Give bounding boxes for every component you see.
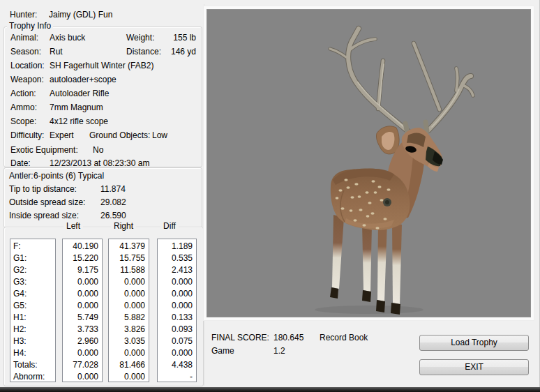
left-column-listbox[interactable]: 40.190 15.220 9.175 0.000 0.000 0.000 5.…: [62, 239, 103, 382]
right-value: 3.035: [109, 336, 149, 347]
exotic-equipment-value: No: [93, 146, 103, 155]
measurements-group: Left Right Diff F: G1: G2: G3: G4: G5: H…: [3, 227, 204, 386]
action-value: Autoloader Rifle: [50, 89, 109, 98]
location-label: Location:: [10, 61, 45, 70]
location-value: SH Fagerhult Winter (FAB2): [50, 61, 153, 70]
distance-value: 146 yd: [161, 47, 196, 56]
diff-column-listbox[interactable]: 1.189 0.535 2.413 0.000 0.000 0.000 0.13…: [157, 239, 197, 382]
weapon-label: Weapon:: [10, 75, 44, 84]
trophy-viewer-window: Hunter: Jaimy (GDL) Fun Trophy Info Anim…: [0, 0, 540, 392]
weight-label: Weight:: [126, 33, 154, 43]
season-value: Rut: [50, 47, 63, 56]
hunter-label: Hunter:: [10, 10, 37, 20]
tip-to-tip-value: 11.874: [100, 185, 126, 194]
action-label: Action:: [10, 89, 36, 98]
outside-spread-value: 29.082: [100, 198, 126, 207]
final-score-value: 180.645: [273, 333, 303, 342]
antler-info-group: Antler: 6-points (6) Typical Tip to tip …: [3, 167, 202, 228]
diff-value: 2.413: [158, 264, 196, 276]
column-header-left: Left: [63, 222, 83, 231]
measure-row-label: F:: [10, 241, 55, 252]
scope-label: Scope:: [10, 117, 36, 126]
trophy-info-title: Trophy Info: [7, 22, 53, 31]
right-value: 0.000: [109, 288, 149, 300]
measure-row-label: G3:: [10, 276, 55, 288]
left-value: 0.000: [63, 300, 102, 312]
distance-label: Distance:: [126, 47, 161, 56]
diff-value: 0.000: [158, 347, 196, 359]
difficulty-label: Difficulty:: [10, 131, 44, 140]
window-bottom-edge: [0, 387, 540, 392]
weight-value: 155 lb: [161, 33, 196, 43]
ground-objects-label: Ground Objects:: [89, 131, 150, 140]
left-value: 5.749: [63, 312, 102, 324]
trophy-render-view: [207, 9, 531, 317]
record-book-label: Record Book: [320, 333, 368, 342]
tip-to-tip-label: Tip to tip distance:: [9, 185, 77, 194]
load-trophy-button[interactable]: Load Trophy: [419, 335, 529, 351]
exit-button[interactable]: EXIT: [419, 359, 529, 375]
diff-value: 0.000: [158, 300, 196, 312]
left-value: 3.733: [63, 324, 102, 336]
left-value: 0.000: [63, 276, 102, 288]
game-version-value: 1.2: [273, 347, 285, 356]
animal-value: Axis buck: [50, 33, 85, 43]
right-value: 41.379: [109, 241, 149, 252]
measure-row-label: G5:: [10, 300, 55, 312]
left-value: 15.220: [63, 252, 102, 264]
game-version-label: Game: [211, 347, 234, 356]
diff-value: 0.093: [158, 324, 196, 336]
diff-value: 0.000: [158, 276, 196, 288]
measure-row-label: Totals:: [10, 359, 55, 371]
ammo-label: Ammo:: [10, 103, 37, 112]
right-value: 0.000: [109, 347, 149, 359]
outside-spread-label: Outside spread size:: [9, 198, 85, 207]
left-value: 0.000: [63, 371, 102, 382]
diff-value: 0.000: [158, 288, 196, 300]
hunter-value: Jaimy (GDL) Fun: [49, 10, 112, 20]
trophy-info-group: Trophy Info Animal: Axis buck Weight: 15…: [3, 27, 202, 167]
measure-row-label: G1:: [10, 252, 55, 264]
diff-value: 0.075: [158, 336, 196, 347]
difficulty-value: Expert: [50, 131, 74, 140]
weapon-value: autoloader+scope: [50, 75, 117, 84]
right-value: 81.466: [109, 359, 149, 371]
measure-labels-listbox[interactable]: F: G1: G2: G3: G4: G5: H1: H2: H3: H4: T…: [10, 239, 56, 382]
axis-buck-image: [207, 10, 530, 317]
exotic-equipment-label: Exotic Equipment:: [10, 146, 78, 155]
antler-value: 6-points (6) Typical: [33, 172, 104, 181]
measure-row-label: H1:: [10, 312, 55, 324]
right-value: 0.000: [109, 300, 149, 312]
left-value: 40.190: [63, 241, 102, 252]
antler-label: Antler:: [9, 172, 33, 181]
ground-objects-value: Low: [152, 131, 167, 140]
diff-value: 1.189: [158, 241, 196, 252]
column-header-right: Right: [111, 222, 136, 231]
right-value: 3.826: [109, 324, 149, 336]
measure-row-label: Abnorm:: [10, 371, 55, 382]
measure-row-label: H3:: [10, 336, 55, 347]
left-value: 0.000: [63, 347, 102, 359]
inside-spread-label: Inside spread size:: [9, 211, 79, 220]
season-label: Season:: [10, 47, 41, 56]
inside-spread-value: 26.590: [100, 211, 126, 220]
measure-row-label: G4:: [10, 288, 55, 300]
right-column-listbox[interactable]: 41.379 15.755 11.588 0.000 0.000 0.000 5…: [108, 239, 149, 382]
diff-value: 0.133: [158, 312, 196, 324]
right-value: 0.000: [109, 371, 149, 382]
measure-row-label: G2:: [10, 264, 55, 276]
measure-row-label: H2:: [10, 324, 55, 336]
right-value: 11.588: [109, 264, 149, 276]
ammo-value: 7mm Magnum: [50, 103, 103, 112]
left-value: 0.000: [63, 288, 102, 300]
diff-value: -: [158, 371, 196, 382]
right-value: 0.000: [109, 276, 149, 288]
left-value: 77.028: [63, 359, 102, 371]
animal-label: Animal:: [10, 33, 38, 43]
left-value: 2.960: [63, 336, 102, 347]
diff-value: 4.438: [158, 359, 196, 371]
column-header-diff: Diff: [160, 222, 179, 231]
scope-value: 4x12 rifle scope: [50, 117, 108, 126]
right-value: 15.755: [109, 252, 149, 264]
diff-value: 0.535: [158, 252, 196, 264]
